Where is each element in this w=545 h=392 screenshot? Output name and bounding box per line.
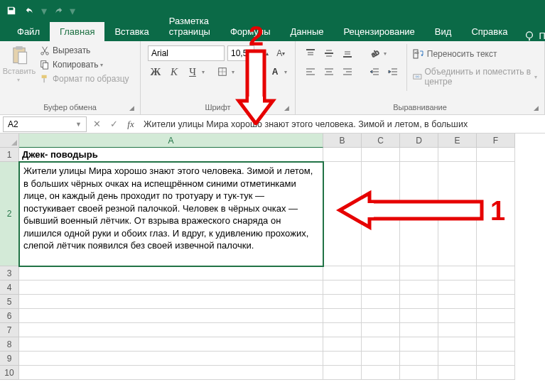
cell[interactable] (323, 352, 362, 366)
cell[interactable]: Джек- поводырь (19, 148, 323, 162)
align-right-icon[interactable] (340, 64, 355, 80)
cell[interactable] (477, 148, 515, 162)
name-box[interactable]: A2 ▼ (3, 116, 87, 132)
cell[interactable] (323, 366, 362, 380)
cell[interactable] (438, 352, 477, 366)
align-top-icon[interactable] (303, 45, 318, 61)
wrap-text-button[interactable]: ab Переносить текст (410, 47, 540, 61)
format-painter-button[interactable]: Формат по образцу (38, 72, 131, 85)
cell[interactable] (477, 366, 515, 380)
paste-button[interactable]: Вставить ▾ (4, 44, 34, 92)
font-size-input[interactable] (227, 45, 254, 61)
align-bottom-icon[interactable] (340, 45, 355, 61)
row-header[interactable]: 8 (0, 337, 19, 352)
row-header[interactable]: 1 (0, 148, 19, 162)
cell[interactable] (438, 148, 477, 162)
fill-color-button[interactable] (244, 64, 260, 80)
save-icon[interactable] (3, 2, 20, 19)
formula-input[interactable] (139, 116, 545, 132)
enter-formula-icon[interactable]: ✓ (105, 116, 122, 132)
align-center-icon[interactable] (321, 64, 337, 80)
cell[interactable] (362, 162, 400, 266)
tab-help[interactable]: Справка (461, 22, 517, 41)
cell[interactable] (19, 309, 323, 323)
cell[interactable] (362, 366, 400, 380)
cell[interactable] (19, 281, 323, 295)
cell[interactable] (323, 266, 362, 281)
tab-view[interactable]: Вид (425, 22, 462, 41)
cell[interactable] (400, 337, 438, 352)
cell[interactable] (323, 337, 362, 352)
cell[interactable] (400, 352, 438, 366)
cell[interactable] (323, 148, 362, 162)
cell[interactable] (400, 295, 438, 309)
cell[interactable] (438, 266, 477, 281)
cell[interactable] (362, 281, 400, 295)
cell[interactable] (400, 281, 438, 295)
cell[interactable] (400, 266, 438, 281)
cell[interactable] (400, 323, 438, 337)
cell[interactable] (19, 352, 323, 366)
row-header[interactable]: 9 (0, 352, 19, 366)
row-header[interactable]: 3 (0, 266, 19, 281)
column-header[interactable]: B (323, 134, 362, 148)
cell[interactable] (438, 162, 477, 266)
font-name-input[interactable] (148, 45, 225, 61)
cell[interactable] (19, 337, 323, 352)
cell[interactable] (323, 281, 362, 295)
row-header[interactable]: 2 (0, 162, 19, 266)
cell[interactable] (19, 266, 323, 281)
tell-me[interactable]: По (517, 31, 545, 41)
cell[interactable] (438, 309, 477, 323)
cell[interactable] (362, 352, 400, 366)
cancel-formula-icon[interactable]: ✕ (88, 116, 105, 132)
underline-button[interactable]: Ч (185, 64, 200, 80)
cell[interactable] (362, 266, 400, 281)
cell[interactable] (400, 148, 438, 162)
decrease-font-icon[interactable]: A▾ (274, 45, 288, 61)
cell[interactable] (19, 366, 323, 380)
spreadsheet-grid[interactable]: ABCDEF 1Джек- поводырь2Жители улицы Мира… (0, 134, 545, 380)
cell[interactable] (323, 323, 362, 337)
cell[interactable] (362, 309, 400, 323)
cell[interactable] (400, 309, 438, 323)
row-header[interactable]: 4 (0, 281, 19, 295)
align-middle-icon[interactable] (321, 45, 337, 61)
cell[interactable] (477, 337, 515, 352)
row-header[interactable]: 7 (0, 323, 19, 337)
cell[interactable] (477, 266, 515, 281)
tab-data[interactable]: Данные (281, 22, 334, 41)
cell[interactable] (438, 337, 477, 352)
merge-center-button[interactable]: Объединить и поместить в центре ▾ (410, 65, 540, 88)
orientation-icon[interactable]: ab (367, 45, 382, 61)
cell[interactable] (323, 295, 362, 309)
cell[interactable]: Жители улицы Мира хорошо знают этого чел… (19, 162, 323, 266)
cell[interactable] (438, 281, 477, 295)
tab-formulas[interactable]: Формулы (220, 22, 281, 41)
cell[interactable] (362, 323, 400, 337)
tab-page-layout[interactable]: Разметка страницы (159, 11, 220, 41)
bold-button[interactable]: Ж (148, 64, 163, 80)
font-launcher-icon[interactable]: ◢ (284, 104, 289, 111)
row-header[interactable]: 6 (0, 309, 19, 323)
cell[interactable] (362, 148, 400, 162)
column-header[interactable]: D (400, 134, 438, 148)
cell[interactable] (438, 366, 477, 380)
borders-button[interactable] (215, 64, 230, 80)
fx-icon[interactable]: fx (122, 116, 139, 132)
copy-button[interactable]: Копировать ▾ (38, 58, 131, 71)
cell[interactable] (323, 309, 362, 323)
tab-insert[interactable]: Вставка (104, 22, 158, 41)
cell[interactable] (362, 337, 400, 352)
font-color-button[interactable]: A (267, 64, 283, 80)
cell[interactable] (323, 162, 362, 266)
align-left-icon[interactable] (303, 64, 318, 80)
row-header[interactable]: 10 (0, 366, 19, 380)
row-header[interactable]: 5 (0, 295, 19, 309)
cell[interactable] (477, 281, 515, 295)
italic-button[interactable]: К (166, 64, 182, 80)
cell[interactable] (477, 162, 515, 266)
column-header[interactable]: F (477, 134, 515, 148)
column-header[interactable]: E (438, 134, 477, 148)
column-header[interactable]: A (19, 134, 323, 148)
